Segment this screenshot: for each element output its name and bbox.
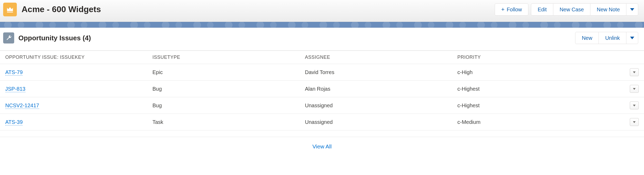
chevron-down-icon: [633, 71, 636, 73]
panel-new-button-label: New: [582, 35, 592, 41]
wrench-icon: [6, 35, 12, 41]
row-actions-button[interactable]: [630, 85, 639, 93]
column-header-issuekey[interactable]: OPPORTUNITY ISSUE: ISSUEKEY: [0, 51, 147, 64]
priority-cell: c-Highest: [452, 81, 620, 97]
row-actions-button[interactable]: [630, 118, 639, 126]
follow-button[interactable]: + Follow: [495, 3, 529, 16]
header-more-actions-button[interactable]: [626, 3, 638, 16]
panel-title: Opportunity Issues (4): [18, 34, 91, 42]
chevron-down-icon: [630, 37, 634, 39]
panel-unlink-button-label: Unlink: [605, 35, 620, 41]
new-case-button-label: New Case: [560, 7, 584, 12]
page-title: Acme - 600 Widgets: [22, 5, 101, 14]
priority-cell: c-High: [452, 64, 620, 81]
panel-unlink-button[interactable]: Unlink: [599, 32, 626, 44]
plus-icon: +: [501, 8, 505, 11]
related-list-panel: Opportunity Issues (4) New Unlink OPPORT…: [0, 28, 644, 160]
issue-type-cell: Bug: [147, 97, 300, 114]
table-row: ATS-79EpicDavid Torresc-High: [0, 64, 644, 81]
issue-key-link[interactable]: ATS-39: [5, 119, 23, 125]
assignee-cell: Alan Rojas: [300, 81, 452, 97]
row-actions-button[interactable]: [630, 101, 639, 109]
priority-cell: c-Medium: [452, 114, 620, 130]
column-header-issuetype[interactable]: ISSUETYPE: [147, 51, 300, 64]
panel-header: Opportunity Issues (4) New Unlink: [0, 28, 644, 51]
table-row: ATS-39TaskUnassignedc-Medium: [0, 114, 644, 130]
issue-key-link[interactable]: NCSV2-12417: [5, 103, 39, 109]
view-all-link[interactable]: View All: [312, 143, 331, 149]
column-header-priority[interactable]: PRIORITY: [452, 51, 620, 64]
follow-button-label: Follow: [507, 7, 522, 12]
record-header: Acme - 600 Widgets + Follow Edit New Cas…: [0, 0, 644, 22]
chevron-down-icon: [633, 105, 636, 106]
new-note-button-label: New Note: [597, 7, 620, 12]
edit-button-label: Edit: [538, 7, 546, 12]
pattern-divider: [0, 22, 644, 28]
column-header-assignee[interactable]: ASSIGNEE: [300, 51, 452, 64]
table-header-row: OPPORTUNITY ISSUE: ISSUEKEY ISSUETYPE AS…: [0, 51, 644, 64]
issue-key-link[interactable]: ATS-79: [5, 69, 23, 76]
chevron-down-icon: [630, 8, 634, 11]
assignee-cell: David Torres: [300, 64, 452, 81]
table-row: NCSV2-12417BugUnassignedc-Highest: [0, 97, 644, 114]
issue-key-link[interactable]: JSP-813: [5, 86, 25, 92]
panel-actions: New Unlink: [575, 32, 638, 44]
issue-type-cell: Task: [147, 114, 300, 130]
crown-icon: [6, 6, 14, 13]
issue-type-cell: Epic: [147, 64, 300, 81]
header-actions: + Follow Edit New Case New Note: [495, 3, 638, 16]
issues-table: OPPORTUNITY ISSUE: ISSUEKEY ISSUETYPE AS…: [0, 51, 644, 130]
opportunity-record-icon: [3, 3, 17, 16]
assignee-cell: Unassigned: [300, 97, 452, 114]
header-button-group: Edit New Case New Note: [531, 3, 638, 16]
row-actions-button[interactable]: [630, 68, 639, 76]
issue-type-cell: Bug: [147, 81, 300, 97]
panel-record-icon: [3, 32, 14, 43]
chevron-down-icon: [633, 121, 636, 123]
view-all-wrap: View All: [0, 137, 644, 160]
panel-new-button[interactable]: New: [575, 32, 599, 44]
table-row: JSP-813BugAlan Rojasc-Highest: [0, 81, 644, 97]
assignee-cell: Unassigned: [300, 114, 452, 130]
edit-button[interactable]: Edit: [531, 3, 553, 16]
chevron-down-icon: [633, 88, 636, 90]
panel-more-actions-button[interactable]: [626, 32, 638, 44]
new-case-button[interactable]: New Case: [553, 3, 590, 16]
new-note-button[interactable]: New Note: [590, 3, 626, 16]
priority-cell: c-Highest: [452, 97, 620, 114]
